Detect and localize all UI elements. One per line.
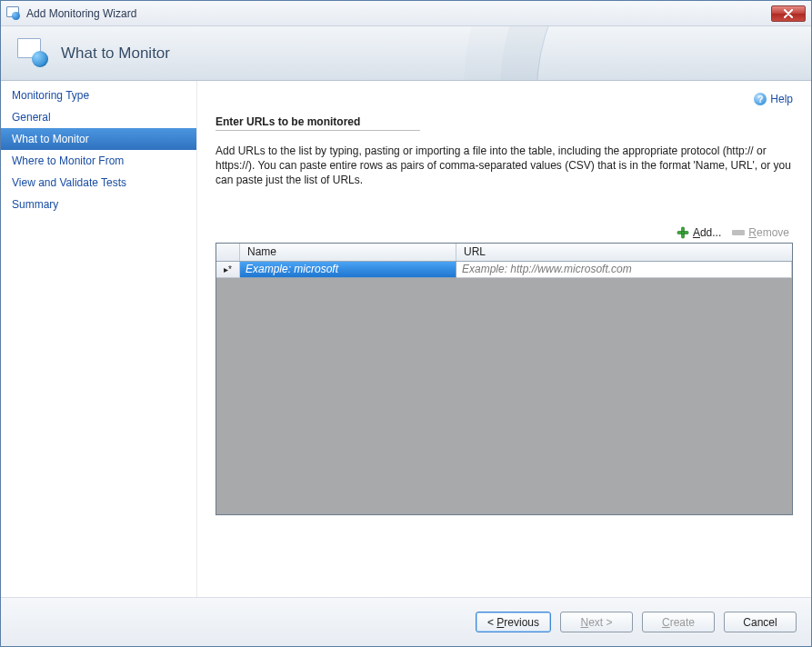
help-link[interactable]: ? Help xyxy=(754,93,793,105)
grid-toolbar: Add... Remove xyxy=(216,226,793,239)
main-panel: ? Help Enter URLs to be monitored Add UR… xyxy=(197,81,811,597)
url-grid[interactable]: Name URL ▸* Example: microsoft Example: … xyxy=(216,243,793,515)
app-icon xyxy=(6,6,21,21)
instructions-text: Add URLs to the list by typing, pasting … xyxy=(216,144,793,188)
cell-name-input[interactable]: Example: microsoft xyxy=(240,262,456,278)
add-button[interactable]: Add... xyxy=(677,226,721,239)
next-button: Next > xyxy=(560,612,633,632)
close-button[interactable] xyxy=(771,5,806,22)
nav-general[interactable]: General xyxy=(1,106,196,128)
window-title: Add Monitoring Wizard xyxy=(26,6,771,20)
grid-new-row[interactable]: ▸* Example: microsoft Example: http://ww… xyxy=(216,262,792,278)
header-icon xyxy=(17,38,48,69)
cell-name-placeholder: Example: microsoft xyxy=(246,263,338,275)
section-divider xyxy=(216,130,420,131)
new-row-indicator: ▸* xyxy=(216,262,240,278)
nav-summary[interactable]: Summary xyxy=(1,194,196,215)
nav-where-to-monitor-from[interactable]: Where to Monitor From xyxy=(1,150,196,172)
help-label: Help xyxy=(770,93,793,105)
plus-icon xyxy=(677,226,689,239)
wizard-window: Add Monitoring Wizard What to Monitor Mo… xyxy=(0,0,812,647)
nav-view-and-validate-tests[interactable]: View and Validate Tests xyxy=(1,172,196,194)
wizard-steps-nav: Monitoring Type General What to Monitor … xyxy=(1,81,197,597)
col-name[interactable]: Name xyxy=(240,244,456,261)
cancel-button[interactable]: Cancel xyxy=(724,612,797,632)
nav-monitoring-type[interactable]: Monitoring Type xyxy=(1,85,196,106)
cell-url-input[interactable]: Example: http://www.microsoft.com xyxy=(456,262,792,278)
cell-url-placeholder: Example: http://www.microsoft.com xyxy=(462,263,632,275)
wizard-header: What to Monitor xyxy=(1,26,811,81)
titlebar: Add Monitoring Wizard xyxy=(1,1,811,26)
col-url[interactable]: URL xyxy=(456,244,792,261)
remove-button: Remove xyxy=(732,226,789,239)
help-icon: ? xyxy=(754,93,767,105)
wizard-body: Monitoring Type General What to Monitor … xyxy=(1,81,811,597)
minus-icon xyxy=(732,230,745,235)
grid-header: Name URL xyxy=(216,244,792,262)
previous-button[interactable]: < Previous xyxy=(476,612,551,632)
wizard-footer: < Previous Next > Create Cancel xyxy=(1,597,811,646)
nav-what-to-monitor[interactable]: What to Monitor xyxy=(1,128,196,150)
close-icon xyxy=(783,9,794,18)
page-heading: What to Monitor xyxy=(61,45,170,63)
create-button: Create xyxy=(642,612,715,632)
section-title: Enter URLs to be monitored xyxy=(216,115,793,128)
svg-rect-1 xyxy=(677,231,688,234)
grid-corner xyxy=(216,244,240,261)
